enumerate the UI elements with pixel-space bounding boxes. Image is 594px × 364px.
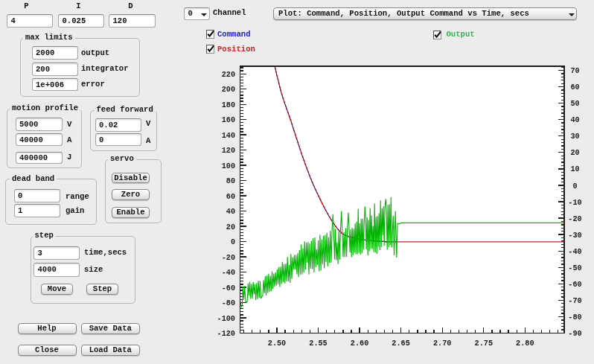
svg-text:80: 80	[226, 177, 235, 185]
svg-text:2.70: 2.70	[433, 339, 451, 348]
svg-text:60: 60	[226, 193, 235, 201]
svg-text:0: 0	[231, 238, 235, 246]
svg-text:-30: -30	[568, 232, 581, 240]
svg-text:-80: -80	[568, 313, 581, 322]
svg-text:-10: -10	[568, 199, 581, 207]
svg-text:-60: -60	[222, 284, 235, 293]
svg-text:60: 60	[570, 83, 579, 92]
svg-text:-120: -120	[217, 330, 235, 338]
svg-text:-40: -40	[222, 269, 235, 277]
svg-text:2.80: 2.80	[516, 339, 534, 348]
svg-text:2.65: 2.65	[392, 339, 409, 348]
svg-text:-100: -100	[217, 315, 235, 323]
svg-text:2.75: 2.75	[475, 339, 493, 348]
svg-text:40: 40	[570, 116, 579, 124]
svg-text:120: 120	[222, 147, 235, 155]
svg-text:200: 200	[222, 86, 235, 94]
svg-text:-20: -20	[222, 254, 235, 262]
svg-text:-50: -50	[568, 264, 581, 272]
svg-text:160: 160	[222, 116, 235, 124]
svg-text:-60: -60	[568, 281, 581, 289]
svg-text:2.50: 2.50	[268, 339, 286, 348]
svg-text:0: 0	[572, 182, 577, 191]
svg-text:-40: -40	[568, 248, 581, 256]
svg-text:30: 30	[570, 132, 579, 141]
svg-text:-90: -90	[568, 330, 581, 338]
svg-text:2.55: 2.55	[309, 339, 327, 348]
svg-text:20: 20	[570, 149, 579, 157]
svg-text:-20: -20	[568, 215, 581, 223]
svg-text:220: 220	[222, 71, 235, 79]
svg-text:20: 20	[226, 223, 235, 232]
svg-text:2.60: 2.60	[351, 339, 368, 348]
svg-text:70: 70	[570, 67, 579, 75]
svg-text:100: 100	[222, 162, 235, 170]
svg-text:-70: -70	[568, 297, 581, 305]
svg-text:-80: -80	[222, 299, 235, 307]
svg-text:180: 180	[222, 101, 235, 109]
svg-text:40: 40	[226, 208, 235, 216]
svg-text:140: 140	[222, 132, 235, 140]
svg-text:50: 50	[570, 100, 579, 108]
svg-text:10: 10	[570, 165, 579, 173]
